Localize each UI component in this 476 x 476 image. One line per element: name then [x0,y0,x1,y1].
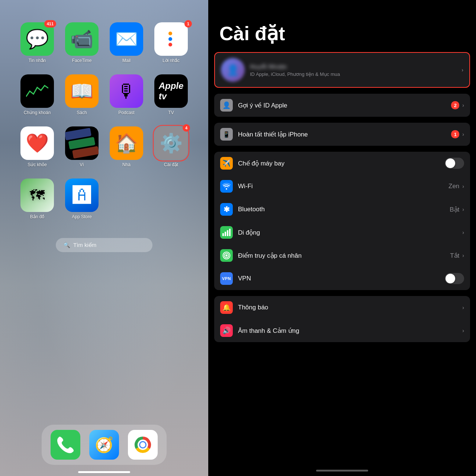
app-tv[interactable]: Appletv TV [152,74,190,115]
app-label-maps: Bản đồ [30,214,45,219]
row-hotspot[interactable]: Điểm truy cập cá nhân Tắt › [214,244,470,267]
vpn-content: VPN [238,275,445,282]
wifi-icon [220,180,233,193]
app-reminders[interactable]: 1 Lời nhắc [152,22,190,63]
bluetooth-title: Bluetooth [238,206,450,213]
app-podcasts[interactable]: 🎙 Podcast [108,74,145,115]
vpn-title: VPN [238,275,445,282]
app-label-mail: Mail [122,58,131,63]
app-label-wallet: Ví [80,162,84,167]
dock-chrome[interactable] [128,430,158,460]
airplane-title: Chế độ máy bay [238,160,445,167]
app-health[interactable]: ❤️ Sức khỏe [19,126,56,167]
app-settings[interactable]: ⚙️ 4 Cài đặt [152,126,190,167]
app-mail[interactable]: ✉️ Mail [108,22,145,63]
vpn-right [445,273,464,284]
settings-bottom-indicator [208,465,476,476]
profile-chevron-icon: › [461,67,463,73]
sounds-right: › [462,328,464,334]
airplane-toggle[interactable] [445,158,464,169]
notifications-icon: 🔔 [220,301,233,314]
apple-id-badge: 2 [451,101,459,109]
profile-avatar: 👤 [221,58,245,82]
notifications-right: › [462,305,464,311]
app-label-books: Sách [77,110,87,115]
row-airplane[interactable]: ✈️ Chế độ máy bay [214,152,470,175]
app-maps[interactable]: 🗺 Bản đồ [19,178,56,219]
app-books[interactable]: 📖 Sách [63,74,100,115]
profile-row[interactable]: 👤 Huyết Nhược ID Apple, iCloud, Phương t… [214,52,470,88]
app-label-tv: TV [168,110,174,115]
home-indicator [78,471,130,473]
row-bluetooth[interactable]: ✱ Bluetooth Bật › [214,198,470,221]
notifications-content: Thông báo [238,304,462,311]
bluetooth-value: Bật [450,206,459,213]
cellular-icon [220,226,233,239]
apple-id-suggest-title: Gợi ý về ID Apple [238,102,451,109]
cellular-content: Di động [238,229,462,237]
hotspot-value: Tắt [450,252,459,260]
app-label-facetime: FaceTime [72,58,92,63]
setup-icon: 📱 [220,128,233,141]
row-setup-iphone[interactable]: 📱 Hoàn tất thiết lập iPhone 1 › [214,123,470,146]
setup-right: 1 › [451,130,464,138]
row-apple-id-suggest[interactable]: 👤 Gợi ý về ID Apple 2 › [214,94,470,117]
wifi-content: Wi-Fi [238,183,448,190]
vpn-label-text: VPN [222,276,231,281]
settings-content: 👤 Huyết Nhược ID Apple, iCloud, Phương t… [208,52,476,465]
vpn-icon: VPN [220,272,233,285]
profile-chevron-container: › [461,67,463,73]
search-placeholder: Tìm kiếm [73,242,96,248]
settings-home-bar [316,470,368,472]
setup-chevron: › [462,131,464,137]
search-bar[interactable]: 🔍 Tìm kiếm [56,238,152,252]
airplane-content: Chế độ máy bay [238,160,445,167]
profile-description: ID Apple, iCloud, Phương tiện & Mục mua [250,71,461,77]
app-label-reminders: Lời nhắc [163,58,180,63]
dock: 📞 🧭 [42,425,167,465]
row-sounds[interactable]: 🔊 Âm thanh & Cảm ứng › [214,319,470,342]
search-icon: 🔍 [63,242,70,248]
bluetooth-right: Bật › [450,206,464,213]
sounds-content: Âm thanh & Cảm ứng [238,327,462,335]
dock-safari[interactable]: 🧭 [89,430,119,460]
app-stocks[interactable]: Chứng khoán [19,74,56,115]
app-grid: 💬 411 Tin nhắn 📹 FaceTime ✉️ Mail 1 Lờ [15,22,193,219]
app-label-home: Nhà [122,162,131,167]
sounds-title: Âm thanh & Cảm ứng [238,327,462,335]
settings-screen: Cài đặt 👤 Huyết Nhược ID Apple, iCloud, … [208,0,476,476]
row-notifications[interactable]: 🔔 Thông báo › [214,296,470,319]
wifi-right: Zen › [448,183,464,190]
cellular-right: › [462,229,464,235]
row-cellular[interactable]: Di động › [214,221,470,244]
wifi-value: Zen [448,183,459,190]
app-label-health: Sức khỏe [28,162,47,167]
profile-info: Huyết Nhược ID Apple, iCloud, Phương tiệ… [250,63,461,77]
cellular-chevron: › [462,229,464,235]
app-home[interactable]: 🏠 Nhà [108,126,145,167]
app-label-messages: Tin nhắn [29,58,46,63]
home-screen: 💬 411 Tin nhắn 📹 FaceTime ✉️ Mail 1 Lờ [0,0,208,476]
airplane-right [445,158,464,169]
dock-phone[interactable]: 📞 [51,430,80,460]
svg-rect-6 [227,230,228,236]
vpn-toggle[interactable] [445,273,464,284]
row-wifi[interactable]: Wi-Fi Zen › [214,175,470,198]
hotspot-chevron: › [462,253,464,258]
section-setup: 📱 Hoàn tất thiết lập iPhone 1 › [214,123,470,146]
app-appstore[interactable]: 🅰 App Store [63,178,100,219]
setup-badge: 1 [451,130,459,138]
app-facetime[interactable]: 📹 FaceTime [63,22,100,63]
hotspot-content: Điểm truy cập cá nhân [238,252,450,260]
airplane-icon: ✈️ [220,157,233,170]
setup-content: Hoàn tất thiết lập iPhone [238,131,451,138]
svg-rect-4 [222,233,224,236]
apple-id-suggest-content: Gợi ý về ID Apple [238,102,451,109]
app-messages[interactable]: 💬 411 Tin nhắn [19,22,56,63]
bluetooth-chevron: › [462,206,464,212]
settings-title: Cài đặt [219,22,465,45]
app-label-stocks: Chứng khoán [24,110,51,115]
row-vpn[interactable]: VPN VPN [214,267,470,290]
apple-id-icon: 👤 [220,99,233,112]
app-wallet[interactable]: Ví [63,126,100,167]
